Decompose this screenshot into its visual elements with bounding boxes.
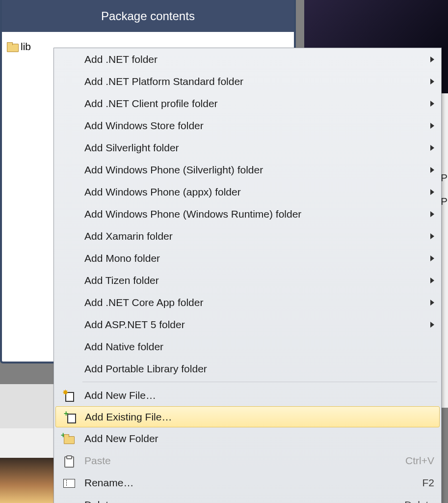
chevron-right-icon <box>430 211 434 217</box>
right-panel-hint-2: P <box>441 196 448 207</box>
menu-item-add-mono-folder[interactable]: Add Mono folder <box>54 247 441 269</box>
window-strip-1 <box>0 384 54 428</box>
menu-item-shortcut: F2 <box>422 477 434 489</box>
chevron-right-icon <box>430 255 434 261</box>
menu-item-label: Add Mono folder <box>84 252 425 264</box>
menu-item-label: Add .NET Client profile folder <box>84 98 425 110</box>
chevron-right-icon <box>430 101 434 107</box>
delete-icon <box>63 499 75 503</box>
menu-item-label: Add Windows Phone (Windows Runtime) fold… <box>84 208 425 220</box>
menu-item-shortcut: Delete <box>404 499 434 503</box>
menu-item-delete[interactable]: DeleteDelete <box>54 494 441 503</box>
chevron-right-icon <box>430 145 434 151</box>
menu-item-add-portable-library-folder[interactable]: Add Portable Library folder <box>54 358 441 380</box>
menu-item-add-windows-phone-winrt-folder[interactable]: Add Windows Phone (Windows Runtime) fold… <box>54 203 441 225</box>
desktop-strip <box>0 458 54 503</box>
menu-item-label: Add Portable Library folder <box>84 363 434 375</box>
window-strip-2 <box>0 428 54 458</box>
menu-item-label: Add Xamarin folder <box>84 230 425 242</box>
menu-item-label: Add .NET Platform Standard folder <box>84 76 425 87</box>
menu-item-add-xamarin-folder[interactable]: Add Xamarin folder <box>54 225 441 247</box>
menu-item-add-net-folder[interactable]: Add .NET folder <box>54 48 441 70</box>
menu-item-label: Add Windows Phone (appx) folder <box>84 186 425 198</box>
right-panel-hint-1: P <box>441 172 448 184</box>
menu-item-rename[interactable]: Rename…F2 <box>54 472 441 494</box>
menu-item-add-net-platform-standard-folder[interactable]: Add .NET Platform Standard folder <box>54 70 441 92</box>
menu-item-label: Add Native folder <box>84 341 434 353</box>
chevron-right-icon <box>430 300 434 306</box>
add-file-icon: + <box>65 411 77 423</box>
menu-item-label: Add Windows Phone (Silverlight) folder <box>84 164 425 176</box>
chevron-right-icon <box>430 123 434 129</box>
context-menu: Add .NET folderAdd .NET Platform Standar… <box>53 48 442 503</box>
menu-item-label: Delete <box>84 499 399 503</box>
menu-item-label: Add .NET Core App folder <box>84 297 425 308</box>
menu-item-add-tizen-folder[interactable]: Add Tizen folder <box>54 269 441 291</box>
menu-item-label: Rename… <box>84 477 417 489</box>
menu-item-label: Add Silverlight folder <box>84 142 425 154</box>
menu-item-add-net-core-app-folder[interactable]: Add .NET Core App folder <box>54 291 441 313</box>
menu-item-paste: PasteCtrl+V <box>54 449 441 472</box>
menu-item-shortcut: Ctrl+V <box>405 455 434 467</box>
menu-item-label: Add .NET folder <box>84 54 425 65</box>
menu-item-label: Add New File… <box>84 390 434 401</box>
menu-item-label: Add Windows Store folder <box>84 120 425 132</box>
menu-item-label: Add ASP.NET 5 folder <box>84 319 425 331</box>
chevron-right-icon <box>430 167 434 173</box>
menu-separator <box>82 382 437 382</box>
menu-item-add-windows-phone-appx-folder[interactable]: Add Windows Phone (appx) folder <box>54 181 441 203</box>
rename-icon <box>63 477 75 489</box>
menu-item-add-new-file[interactable]: ✸Add New File… <box>54 384 441 406</box>
panel-title: Package contents <box>2 0 294 32</box>
menu-item-add-silverlight-folder[interactable]: Add Silverlight folder <box>54 137 441 159</box>
menu-item-add-aspnet5-folder[interactable]: Add ASP.NET 5 folder <box>54 313 441 335</box>
menu-item-add-net-client-profile-folder[interactable]: Add .NET Client profile folder <box>54 92 441 114</box>
chevron-right-icon <box>430 56 434 62</box>
menu-item-add-windows-store-folder[interactable]: Add Windows Store folder <box>54 114 441 137</box>
chevron-right-icon <box>430 79 434 84</box>
menu-item-label: Add Existing File… <box>85 411 434 423</box>
new-file-icon: ✸ <box>63 390 75 401</box>
add-folder-icon: + <box>63 433 75 445</box>
tree-item-label: lib <box>21 41 31 53</box>
menu-item-add-new-folder[interactable]: +Add New Folder <box>54 427 441 449</box>
menu-item-label: Paste <box>84 455 400 467</box>
menu-item-add-existing-file[interactable]: +Add Existing File… <box>55 406 440 427</box>
chevron-right-icon <box>430 278 434 283</box>
menu-item-add-windows-phone-silverlight-folder[interactable]: Add Windows Phone (Silverlight) folder <box>54 159 441 181</box>
paste-icon <box>63 455 75 467</box>
menu-item-label: Add Tizen folder <box>84 275 425 286</box>
chevron-right-icon <box>430 233 434 239</box>
menu-item-add-native-folder[interactable]: Add Native folder <box>54 335 441 358</box>
menu-item-label: Add New Folder <box>84 433 434 445</box>
chevron-right-icon <box>430 189 434 195</box>
chevron-right-icon <box>430 322 434 328</box>
folder-icon <box>7 42 18 51</box>
